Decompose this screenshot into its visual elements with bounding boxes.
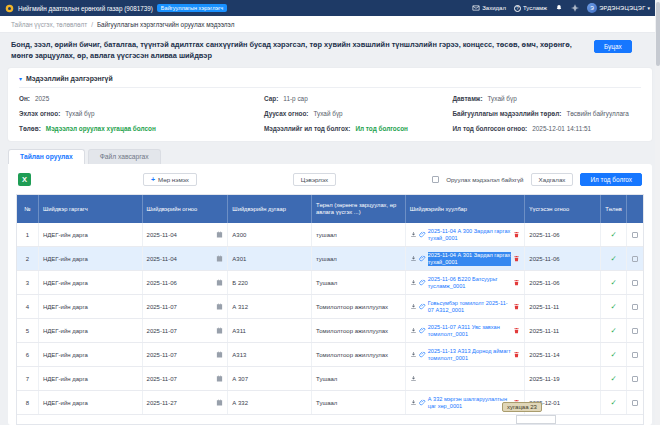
delete-icon[interactable] — [513, 255, 520, 262]
calendar-icon[interactable] — [216, 303, 223, 310]
details-title: Мэдээллийн дэлгэрэнгүй — [26, 75, 113, 82]
delete-icon[interactable] — [513, 303, 520, 310]
row-action-icon[interactable] — [632, 400, 638, 406]
file-link[interactable]: 2025-11-04 А 300 Зардал гаргах тухай_000… — [428, 228, 512, 241]
detail-field-year: Он:2025 — [19, 95, 264, 102]
calendar-icon[interactable] — [216, 255, 223, 262]
download-icon[interactable] — [410, 351, 417, 358]
attachment-icon — [419, 399, 426, 406]
publish-button[interactable]: Ил тод болгох — [580, 173, 642, 186]
decision-number: А313 — [232, 352, 246, 358]
no-data-checkbox[interactable] — [432, 176, 439, 183]
tab-file-attach[interactable]: Файл хавсаргах — [88, 149, 161, 164]
created-date: 2025-11-11 — [529, 304, 559, 310]
mail-icon — [472, 4, 480, 12]
settings-gear-icon[interactable] — [571, 4, 579, 12]
created-date: 2025-11-06 — [529, 280, 559, 286]
decisions-table: № Шийдвэр гаргагч Шийдвэрийн огноо Шийдв… — [16, 194, 644, 425]
detail-field-frequency: Давтамж:Тухай бүр — [453, 95, 641, 102]
delete-icon[interactable] — [513, 231, 520, 238]
calendar-icon[interactable] — [216, 399, 223, 406]
file-link[interactable]: 2025-11-04 А 301 Зардал гаргах тухай_000… — [428, 252, 512, 265]
tab-report-entry[interactable]: Тайлан оруулах — [8, 149, 85, 164]
delete-icon[interactable] — [513, 327, 520, 334]
download-icon[interactable] — [410, 327, 417, 334]
status-check-icon: ✓ — [610, 302, 616, 311]
clear-button[interactable]: Цэвэрлэх — [293, 173, 336, 186]
bell-icon[interactable] — [555, 4, 563, 12]
breadcrumb-parent[interactable]: Тайлан үүсгэх, төлөвлөлт — [11, 21, 87, 28]
calendar-icon[interactable] — [216, 327, 223, 334]
download-icon[interactable] — [410, 279, 417, 286]
status-check-icon: ✓ — [610, 350, 616, 359]
col-header-decision-date: Шийдвэрийн огноо — [143, 195, 229, 223]
decision-type: Томилолтоор ажиллуулах — [316, 304, 388, 310]
excel-export-icon[interactable]: X — [18, 173, 31, 186]
scrollbar-thumb[interactable] — [656, 2, 660, 66]
download-icon[interactable] — [410, 375, 417, 382]
user-menu[interactable]: Э ЭРДЭНЭЦЭЦЭГ ▾ — [587, 3, 650, 13]
table-row[interactable]: 3 НДЕГ-ийн дарга 2025-11-06 Б 220 Тушаал… — [17, 271, 643, 295]
delete-icon[interactable] — [513, 351, 520, 358]
attachment-icon — [419, 303, 426, 310]
calendar-icon[interactable] — [216, 231, 223, 238]
table-row[interactable]: 8 НДЕГ-ийн дарга 2025-11-27 А 332 Тушаал… — [17, 391, 643, 415]
download-icon[interactable] — [410, 255, 417, 262]
file-link[interactable]: А 332 мэргэн шалгаруулалтын цаг хөр_0001 — [428, 396, 512, 409]
vertical-scrollbar[interactable] — [655, 0, 660, 425]
file-link[interactable]: 2025-11-13 А313 Дорнод аймагт томилолт_0… — [428, 348, 512, 361]
calendar-icon[interactable] — [216, 375, 223, 382]
download-icon[interactable] — [410, 231, 417, 238]
add-row-button[interactable]: + Мөр нэмэх — [143, 173, 197, 186]
table-row[interactable]: 7 НДЕГ-ийн дарга 2025-11-07 А 307 Тушаал… — [17, 367, 643, 391]
chevron-down-icon: ▾ — [19, 75, 22, 82]
calendar-icon[interactable] — [216, 279, 223, 286]
decision-number: А 307 — [232, 376, 248, 382]
row-action-icon[interactable] — [632, 256, 638, 262]
file-link[interactable]: Говьсүмбэр томилолт 2025-11-07 А312_0001 — [428, 300, 512, 313]
row-action-icon[interactable] — [632, 352, 638, 358]
table-row[interactable]: 2 НДЕГ-ийн дарга 2025-11-04 А301 тушаал … — [17, 247, 643, 271]
status-check-icon: ✓ — [610, 254, 616, 263]
row-action-icon[interactable] — [632, 304, 638, 310]
row-action-icon[interactable] — [632, 232, 638, 238]
breadcrumb-separator: / — [91, 21, 93, 28]
decision-issuer: НДЕГ-ийн дарга — [43, 256, 88, 262]
decision-type: Тушаал — [316, 280, 337, 286]
org-title: Нийгмийн даатгалын ерөнхий газар (908173… — [18, 5, 153, 12]
table-row[interactable]: 5 НДЕГ-ийн дарга 2025-11-07 А311 Томилол… — [17, 319, 643, 343]
user-type-badge: Байгууллагын хэрэглэгч — [157, 4, 227, 12]
row-action-icon[interactable] — [632, 280, 638, 286]
mail-menu[interactable]: Захидал — [472, 4, 506, 12]
download-icon[interactable] — [410, 399, 417, 406]
no-data-label: Оруулах мэдээлэл байхгүй — [446, 176, 523, 183]
delete-icon[interactable] — [513, 279, 520, 286]
decision-number: А 332 — [232, 400, 248, 406]
back-button[interactable]: Буцах — [594, 40, 632, 53]
table-row[interactable]: 4 НДЕГ-ийн дарга 2025-11-07 А 312 Томило… — [17, 295, 643, 319]
created-date: 2025-11-06 — [529, 232, 559, 238]
content-card: X + Мөр нэмэх Цэвэрлэх Оруулах мэдээлэл … — [8, 164, 652, 425]
created-date: 2025-11-11 — [529, 328, 559, 334]
status-check-icon: ✓ — [610, 374, 616, 383]
file-link[interactable]: 2025-11-06 Б220 Батсуурьт тусламж_0001 — [428, 276, 512, 289]
row-action-icon[interactable] — [632, 376, 638, 382]
status-check-icon: ✓ — [610, 230, 616, 239]
hint-tooltip-secondary — [516, 415, 556, 424]
calendar-icon[interactable] — [216, 351, 223, 358]
details-section-toggle[interactable]: ▾ Мэдээллийн дэлгэрэнгүй — [19, 75, 641, 88]
download-icon[interactable] — [410, 303, 417, 310]
decision-type: Томилолтоор ажиллуулах — [316, 352, 388, 358]
page-title: Бонд, зээл, өрийн бичиг, баталгаа, түүнт… — [11, 40, 586, 61]
save-button[interactable]: Хадгалах — [531, 173, 574, 186]
table-row[interactable]: 6 НДЕГ-ийн дарга 2025-11-07 А313 Томилол… — [17, 343, 643, 367]
tab-bar: Тайлан оруулах Файл хавсаргах — [8, 149, 652, 164]
file-link[interactable]: 2025-11-07 А311 Увс завхан томилолт_0001 — [428, 324, 512, 337]
help-menu[interactable]: ? Тусламж — [514, 5, 547, 12]
detail-field-status: Төлөв:Мэдээлэл оруулах хугацаа болсон — [19, 125, 264, 132]
col-header-created-date: Үүсгэсэн огноо — [525, 195, 601, 223]
table-row[interactable]: 1 НДЕГ-ийн дарга 2025-11-04 А300 тушаал … — [17, 223, 643, 247]
decision-number: А311 — [232, 328, 246, 334]
row-number: 5 — [26, 328, 29, 334]
row-action-icon[interactable] — [632, 328, 638, 334]
